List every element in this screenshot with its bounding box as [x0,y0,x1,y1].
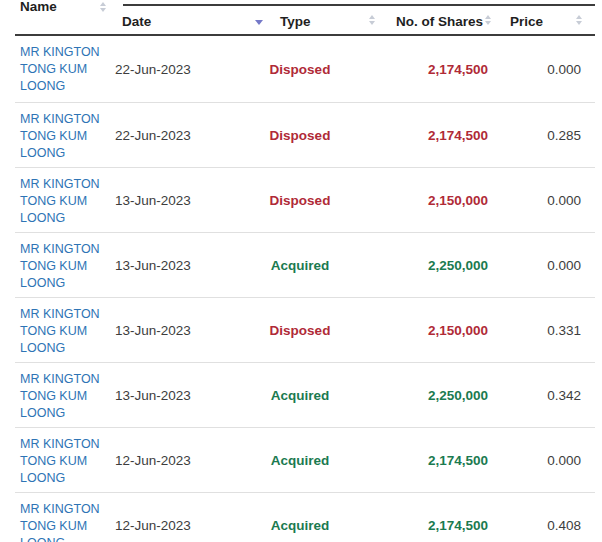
column-header-type[interactable]: Type [280,14,311,29]
shareholder-name-link[interactable]: MR KINGTON TONG KUM LOONG [20,306,112,357]
transaction-type: Acquired [260,453,340,468]
shareholder-name-link[interactable]: MR KINGTON TONG KUM LOONG [20,501,112,542]
shareholder-name-link[interactable]: MR KINGTON TONG KUM LOONG [20,111,112,162]
transaction-type: Acquired [260,258,340,273]
transaction-type: Disposed [260,193,340,208]
insider-transactions-table: Name Date Type No. of Shares Price MR KI… [0,0,602,542]
header-top-border [123,4,595,6]
shares-count: 2,250,000 [368,258,488,273]
column-header-date[interactable]: Date [122,14,151,29]
price-value: 0.000 [501,62,581,77]
price-value: 0.000 [501,258,581,273]
table-row: MR KINGTON TONG KUM LOONG 12-Jun-2023 Ac… [15,428,595,493]
shares-count: 2,150,000 [368,323,488,338]
shares-count: 2,150,000 [368,193,488,208]
transaction-date: 12-Jun-2023 [115,518,191,533]
table-row: MR KINGTON TONG KUM LOONG 13-Jun-2023 Ac… [15,233,595,298]
sort-icon-price[interactable] [576,15,582,25]
transaction-date: 13-Jun-2023 [115,258,191,273]
column-header-name[interactable]: Name [20,0,57,14]
price-value: 0.342 [501,388,581,403]
transaction-date: 22-Jun-2023 [115,128,191,143]
shareholder-name-link[interactable]: MR KINGTON TONG KUM LOONG [20,176,112,227]
sort-icon-no-of-shares[interactable] [485,15,491,25]
transaction-date: 12-Jun-2023 [115,453,191,468]
shares-count: 2,250,000 [368,388,488,403]
table-row: MR KINGTON TONG KUM LOONG 22-Jun-2023 Di… [15,36,595,103]
price-value: 0.000 [501,193,581,208]
price-value: 0.000 [501,453,581,468]
shareholder-name-link[interactable]: MR KINGTON TONG KUM LOONG [20,371,112,422]
price-value: 0.285 [501,128,581,143]
sort-icon-name[interactable] [100,2,106,12]
column-header-price[interactable]: Price [510,14,543,29]
shareholder-name-link[interactable]: MR KINGTON TONG KUM LOONG [20,436,112,487]
transaction-date: 13-Jun-2023 [115,323,191,338]
transaction-type: Acquired [260,518,340,533]
shares-count: 2,174,500 [368,62,488,77]
price-value: 0.408 [501,518,581,533]
shares-count: 2,174,500 [368,453,488,468]
transaction-type: Disposed [260,323,340,338]
price-value: 0.331 [501,323,581,338]
table-row: MR KINGTON TONG KUM LOONG 22-Jun-2023 Di… [15,103,595,168]
column-header-no-of-shares[interactable]: No. of Shares [383,14,483,29]
transaction-type: Acquired [260,388,340,403]
shares-count: 2,174,500 [368,518,488,533]
table-body: MR KINGTON TONG KUM LOONG 22-Jun-2023 Di… [0,36,602,542]
transaction-date: 13-Jun-2023 [115,193,191,208]
shareholder-name-link[interactable]: MR KINGTON TONG KUM LOONG [20,44,112,95]
shareholder-name-link[interactable]: MR KINGTON TONG KUM LOONG [20,241,112,292]
sort-icon-type[interactable] [369,15,375,25]
transaction-type: Disposed [260,62,340,77]
table-row: MR KINGTON TONG KUM LOONG 13-Jun-2023 Di… [15,168,595,233]
table-header-row: Name Date Type No. of Shares Price [0,0,602,36]
table-row: MR KINGTON TONG KUM LOONG 12-Jun-2023 Ac… [15,493,595,542]
table-row: MR KINGTON TONG KUM LOONG 13-Jun-2023 Di… [15,298,595,363]
transaction-date: 22-Jun-2023 [115,62,191,77]
shares-count: 2,174,500 [368,128,488,143]
transaction-date: 13-Jun-2023 [115,388,191,403]
transaction-type: Disposed [260,128,340,143]
table-row: MR KINGTON TONG KUM LOONG 13-Jun-2023 Ac… [15,363,595,428]
sort-descending-icon-date[interactable] [255,20,263,25]
